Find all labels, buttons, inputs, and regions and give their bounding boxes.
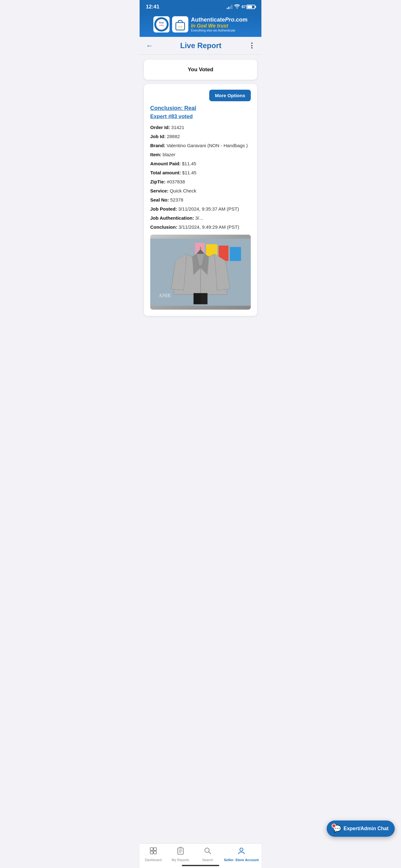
item-value: blazer [163,151,175,158]
job-id-row: Job Id: 28882 [150,133,251,140]
main-content: You Voted More Options Conclusion: Real … [140,55,261,321]
svg-rect-23 [194,293,201,304]
svg-text:#AP: #AP [178,25,183,28]
status-time: 12:41 [146,4,159,10]
header-more-button[interactable]: ⋮ [248,41,255,50]
amount-paid-value: $11.45 [182,160,196,167]
service-row: Service: Quick Check [150,187,251,194]
conclusion-link[interactable]: Conclusion: Real [150,105,251,112]
ziptie-label: ZipTie: [150,178,166,185]
total-amount-row: Total amount: $11.45 [150,169,251,176]
status-icons: 67 [227,4,255,10]
status-bar: 12:41 67 [140,0,261,12]
service-value: Quick Check [170,187,196,194]
voted-text: You Voted [188,67,213,72]
job-id-label: Job Id: [150,133,166,140]
product-image: ANIE [150,235,251,310]
job-authentication-value: 3/... [195,215,203,221]
ziptie-row: ZipTie: #037838 [150,178,251,185]
voted-card: You Voted [144,60,257,80]
job-authentication-row: Job Authentication: 3/... [150,215,251,221]
ziptie-value: #037838 [167,178,185,185]
logo-tagline-sub: Everything else we Authenticate [191,29,247,32]
amount-paid-label: Amount Paid: [150,160,181,167]
wifi-icon [234,4,240,10]
conclusion-date-label: Conclusion: [150,224,177,230]
real-or-not-badge: Real or Not [153,16,170,32]
ap-bag-badge: #AP [172,16,188,32]
item-label: Item: [150,151,162,158]
svg-text:ANIE: ANIE [159,293,171,299]
logo-bar: Real or Not #AP AuthenticatePro.com In G… [140,12,261,37]
job-posted-value: 3/11/2024, 9:35:37 AM (PST) [178,206,239,212]
seal-no-value: 52378 [170,196,183,203]
job-posted-row: Job Posted: 3/11/2024, 9:35:37 AM (PST) [150,206,251,212]
back-button[interactable]: ← [146,41,153,50]
conclusion-date-value: 3/11/2024, 9:49:29 AM (PST) [179,224,239,230]
logo-tagline-gold: In God We trust [191,23,247,29]
page-title: Live Report [180,41,222,50]
more-options-button[interactable]: More Options [209,90,251,101]
report-card: More Options Conclusion: Real Expert #83… [144,84,257,316]
svg-rect-13 [189,248,192,250]
item-row: Item: blazer [150,151,251,158]
signal-icon [227,5,232,9]
job-posted-label: Job Posted: [150,206,177,212]
seal-no-label: Seal No: [150,196,169,203]
svg-text:or Not: or Not [159,24,164,26]
svg-rect-11 [230,247,241,261]
logo-site-text: AuthenticatePro.com [191,17,247,24]
conclusion-date-row: Conclusion: 3/11/2024, 9:49:29 AM (PST) [150,224,251,230]
brand-value: Valentino Garavani (NON - Handbags ) [166,142,248,149]
seal-no-row: Seal No: 52378 [150,196,251,203]
brand-label: Brand: [150,142,165,149]
order-id-label: Order Id: [150,124,170,131]
total-amount-label: Total amount: [150,169,181,176]
service-label: Service: [150,187,168,194]
job-authentication-label: Job Authentication: [150,215,194,221]
order-id-value: 31421 [171,124,184,131]
job-id-value: 28882 [167,133,180,140]
order-id-row: Order Id: 31421 [150,124,251,131]
svg-text:Real: Real [159,22,164,24]
brand-row: Brand: Valentino Garavani (NON - Handbag… [150,142,251,149]
battery-icon: 67 [242,5,255,9]
svg-rect-15 [200,247,201,250]
page-header: ← Live Report ⋮ [140,37,261,55]
total-amount-value: $11.45 [182,169,196,176]
expert-link[interactable]: Expert #83 voted [150,114,251,120]
svg-rect-24 [201,293,207,304]
amount-paid-row: Amount Paid: $11.45 [150,160,251,167]
